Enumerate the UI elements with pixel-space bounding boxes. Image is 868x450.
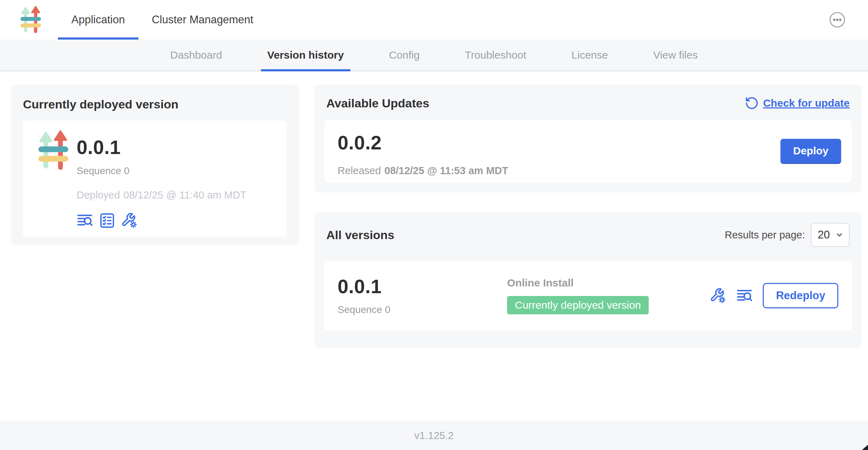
app-logo [36,130,70,171]
release-diff-icon[interactable] [736,288,753,304]
deployed-datetime: 08/12/25 @ 11:40 am MDT [124,189,246,201]
top-navigation-bar: Application Cluster Management [0,0,868,40]
tab-license-label: License [571,49,608,61]
version-row: 0.0.1 Sequence 0 Online Install Currentl… [324,261,852,330]
deployed-timestamp: Deployed08/12/25 @ 11:40 am MDT [77,189,250,201]
results-per-page-select[interactable]: 20 [811,223,850,247]
row-install-type: Online Install [507,277,710,289]
main-content: Currently deployed version 0.0.1 Sequenc… [0,71,868,421]
tab-troubleshoot-label: Troubleshoot [465,49,526,61]
release-diff-icon[interactable] [77,212,93,229]
check-for-update-link[interactable]: Check for update [745,96,850,110]
redeploy-button[interactable]: Redeploy [763,283,838,308]
tab-config-label: Config [389,49,420,61]
console-version: v1.125.2 [414,430,453,442]
refresh-icon [745,96,759,110]
all-versions-title: All versions [326,228,394,242]
app-subnav: Dashboard Version history Config Trouble… [0,40,868,71]
results-per-page: Results per page: 20 [725,223,850,247]
update-version-number: 0.0.2 [338,132,838,154]
update-released-timestamp: Released08/12/25 @ 11:53 am MDT [338,165,838,177]
deployed-actions [77,212,250,229]
header-tabs: Application Cluster Management [58,0,267,40]
currently-deployed-title: Currently deployed version [23,97,287,111]
tab-config[interactable]: Config [383,40,426,71]
config-icon[interactable] [710,288,726,304]
tab-version-history-label: Version history [267,49,344,61]
tab-version-history[interactable]: Version history [261,40,350,71]
deployed-version-card: 0.0.1 Sequence 0 Deployed08/12/25 @ 11:4… [23,120,287,237]
tab-dashboard[interactable]: Dashboard [164,40,228,71]
available-updates-panel: Available Updates Check for update 0.0.2… [314,85,862,193]
deployed-label: Deployed [77,189,120,201]
currently-deployed-badge: Currently deployed version [507,296,649,314]
results-per-page-value: 20 [818,229,830,241]
tab-application[interactable]: Application [58,0,138,40]
preflight-checks-icon[interactable] [99,212,115,229]
ellipsis-icon [829,12,845,28]
row-version-number: 0.0.1 [338,276,507,297]
row-actions: Redeploy [710,283,838,308]
deploy-button[interactable]: Deploy [780,139,841,163]
currently-deployed-panel: Currently deployed version 0.0.1 Sequenc… [11,85,299,245]
tab-license[interactable]: License [565,40,614,71]
tab-view-files[interactable]: View files [647,40,704,71]
check-for-update-label: Check for update [763,97,850,109]
row-sequence: Sequence 0 [338,304,507,315]
deployed-version-number: 0.0.1 [77,137,250,158]
overflow-menu-button[interactable] [829,12,845,28]
chevron-down-icon [835,230,844,239]
available-update-card: 0.0.2 Released08/12/25 @ 11:53 am MDT De… [324,120,852,183]
tab-dashboard-label: Dashboard [170,49,222,61]
tab-application-label: Application [71,13,125,26]
all-versions-panel: All versions Results per page: 20 0.0 [314,212,862,348]
tab-view-files-label: View files [653,49,698,61]
results-per-page-label: Results per page: [725,229,805,241]
released-datetime: 08/12/25 @ 11:53 am MDT [385,165,509,176]
right-column: Available Updates Check for update 0.0.2… [314,85,862,348]
deployed-sequence: Sequence 0 [77,165,250,177]
config-icon[interactable] [121,212,138,229]
app-logo [19,6,42,34]
tab-cluster-management-label: Cluster Management [152,13,254,26]
footer: v1.125.2 [0,421,868,450]
tab-cluster-management[interactable]: Cluster Management [138,0,267,40]
available-updates-title: Available Updates [326,96,429,110]
tab-troubleshoot[interactable]: Troubleshoot [458,40,533,71]
released-label: Released [338,165,381,176]
